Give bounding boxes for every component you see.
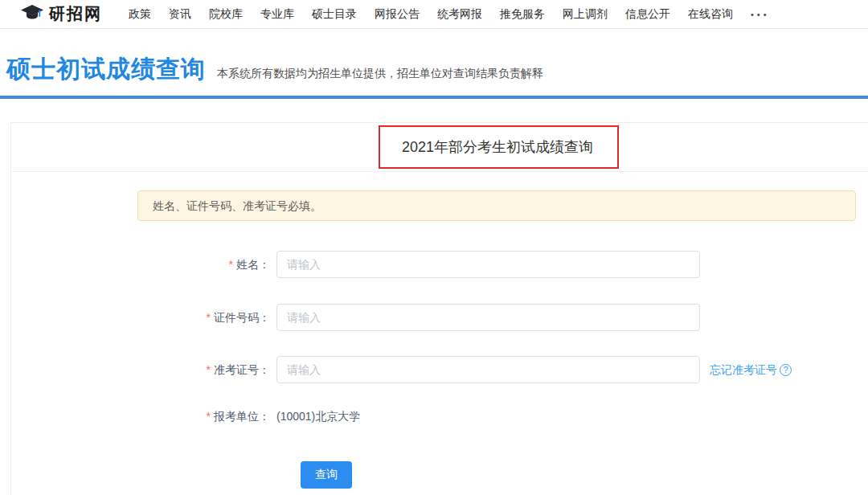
form-row-submit: 查询 — [11, 461, 868, 489]
nav-more-ellipsis-icon[interactable]: ••• — [742, 10, 779, 19]
ticket-input[interactable] — [276, 356, 700, 383]
required-asterisk: * — [229, 258, 233, 271]
forgot-ticket-link[interactable]: 忘记准考证号 ? — [710, 356, 792, 383]
nav-item-adjustment[interactable]: 网上调剂 — [554, 7, 616, 22]
question-circle-icon: ? — [780, 364, 792, 376]
nav-item-policy[interactable]: 政策 — [120, 7, 160, 22]
nav-item-exempt-service[interactable]: 推免服务 — [491, 7, 554, 22]
nav-item-institutions[interactable]: 院校库 — [200, 7, 252, 22]
nav-item-online-notice[interactable]: 网报公告 — [366, 7, 428, 22]
logo-text: 研招网 — [49, 3, 102, 25]
nav-menu: 政策 资讯 院校库 专业库 硕士目录 网报公告 统考网报 推免服务 网上调剂 信… — [120, 7, 779, 22]
nav-item-consult[interactable]: 在线咨询 — [679, 7, 742, 22]
required-asterisk: * — [207, 363, 211, 376]
page-header: 硕士初试成绩查询 本系统所有数据均为招生单位提供，招生单位对查询结果负责解释 — [0, 29, 868, 96]
query-card: 2021年部分考生初试成绩查询 姓名、证件号码、准考证号必填。 *姓名： *证件… — [10, 122, 868, 495]
site-logo[interactable]: 研招网 — [20, 3, 102, 25]
form-row-institution: *报考单位： (10001)北京大学 — [11, 403, 868, 430]
top-nav: 研招网 政策 资讯 院校库 专业库 硕士目录 网报公告 统考网报 推免服务 网上… — [0, 0, 868, 29]
id-number-input[interactable] — [276, 304, 700, 331]
required-fields-notice: 姓名、证件号码、准考证号必填。 — [137, 190, 856, 221]
page-title: 硕士初试成绩查询 — [6, 53, 206, 86]
card-title: 2021年部分考生初试成绩查询 — [11, 123, 868, 172]
name-label: *姓名： — [11, 251, 270, 278]
nav-item-unified-exam[interactable]: 统考网报 — [428, 7, 491, 22]
institution-value: (10001)北京大学 — [276, 403, 360, 430]
nav-item-majors[interactable]: 专业库 — [252, 7, 303, 22]
nav-item-info-public[interactable]: 信息公开 — [616, 7, 679, 22]
required-asterisk: * — [207, 311, 211, 324]
institution-label: *报考单位： — [11, 403, 270, 430]
required-asterisk: * — [207, 410, 211, 423]
form-row-name: *姓名： — [11, 251, 868, 278]
ticket-label: *准考证号： — [11, 356, 270, 383]
form-row-ticket: *准考证号： 忘记准考证号 ? — [11, 356, 868, 383]
nav-item-news[interactable]: 资讯 — [160, 7, 200, 22]
name-input[interactable] — [276, 251, 700, 278]
nav-item-master-catalog[interactable]: 硕士目录 — [303, 7, 366, 22]
page-subtitle: 本系统所有数据均为招生单位提供，招生单位对查询结果负责解释 — [217, 67, 543, 81]
card-header: 2021年部分考生初试成绩查询 — [11, 123, 868, 172]
blue-divider — [0, 96, 868, 99]
form-row-id-number: *证件号码： — [11, 304, 868, 331]
query-button[interactable]: 查询 — [301, 461, 352, 489]
id-number-label: *证件号码： — [11, 304, 270, 331]
graduation-cap-icon — [20, 4, 44, 25]
